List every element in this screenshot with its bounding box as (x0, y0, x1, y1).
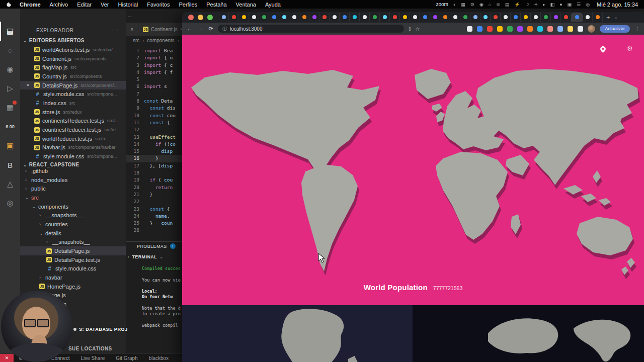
remote-indicator[interactable]: ✕ (0, 354, 14, 362)
browser-tab[interactable] (430, 13, 440, 22)
menu-item[interactable]: Pestaña (206, 2, 226, 8)
browser-tab[interactable] (370, 13, 380, 22)
testing-icon[interactable]: △ (0, 174, 20, 194)
menubar-status-icon[interactable]: ◎ (586, 2, 590, 7)
open-editor-item[interactable]: JSNavbar.jssrc/components/navbar (20, 143, 126, 152)
menubar-status-icon[interactable]: ☽ (525, 2, 529, 7)
browser-tab[interactable] (289, 13, 299, 22)
open-editors-header[interactable]: ⌄ EDITORES ABIERTOS (23, 38, 85, 43)
profile-avatar[interactable] (588, 25, 595, 33)
breadcrumb-item[interactable]: src (133, 38, 139, 43)
more-actions-icon[interactable]: ··· (112, 27, 119, 33)
settings-gear-icon[interactable]: ⚙ (627, 45, 633, 52)
zoom-window-button[interactable] (207, 15, 213, 20)
continents[interactable] (191, 69, 638, 275)
browser-tab[interactable] (583, 13, 593, 22)
browser-tab[interactable] (279, 13, 289, 22)
browser-tab[interactable] (440, 13, 450, 22)
menu-item[interactable]: Historial (118, 2, 138, 8)
browser-tab[interactable] (340, 13, 350, 22)
menu-item[interactable]: Ayuda (265, 2, 281, 8)
tree-item[interactable]: ›node_modules (20, 175, 126, 185)
tree-item[interactable]: ›__snapshots__ (20, 238, 126, 247)
extension-icon[interactable] (487, 26, 493, 32)
menu-item[interactable]: Favoritos (147, 2, 170, 8)
bookmark-icon[interactable]: ☆ (415, 26, 420, 32)
browser-tab[interactable] (480, 13, 491, 22)
menubar-status-icon[interactable]: ● (559, 2, 562, 7)
tree-item[interactable]: ⌄components (20, 202, 126, 211)
tree-item[interactable]: ›navbar (20, 273, 126, 282)
reload-icon[interactable]: ⟳ (207, 26, 214, 32)
open-editor-item[interactable]: JScountriesReducer.test.jssrc/re... (20, 125, 126, 134)
nav-back-icon[interactable]: ← (127, 13, 133, 19)
open-editor-item[interactable]: JSworldActions.test.jssrc/redux/... (20, 45, 126, 54)
browser-tab[interactable] (319, 13, 330, 22)
browser-tab[interactable] (521, 13, 531, 22)
menubar-status-icon[interactable]: ☰ (577, 2, 581, 7)
browser-tab[interactable] (400, 13, 410, 22)
browser-tab[interactable] (511, 13, 521, 22)
extension-icon[interactable] (527, 26, 533, 32)
statusbar-item[interactable]: blackbox (149, 355, 169, 361)
menu-item[interactable]: Ventana (236, 2, 256, 8)
menubar-status-icon[interactable]: ▣ (568, 2, 572, 7)
browser-tab[interactable] (420, 13, 430, 22)
browser-tab[interactable] (360, 13, 370, 22)
address-bar[interactable]: ⓘ localhost:3000 (218, 25, 404, 33)
close-window-button[interactable] (188, 15, 194, 20)
tree-item[interactable]: ›countries (20, 220, 126, 229)
tree-item[interactable]: ›public (20, 184, 126, 193)
menubar-status-icon[interactable]: ▸ (543, 2, 545, 7)
menubar-status-icon[interactable]: ⚡ (514, 2, 520, 7)
update-chrome-button[interactable]: Actualizar (600, 25, 630, 33)
browser-tab[interactable] (299, 13, 309, 22)
continent-card-africa[interactable] (182, 305, 413, 362)
statusbar-item[interactable]: Git Graph (116, 355, 137, 361)
tree-item[interactable]: JSDetailsPage.test.js (20, 255, 126, 264)
browser-tab[interactable] (249, 13, 259, 22)
open-editor-item[interactable]: JSContinent.jssrc/components (20, 54, 126, 63)
browser-tab[interactable] (380, 13, 390, 22)
browser-tab[interactable] (269, 13, 279, 22)
menu-item[interactable]: Chrome (20, 2, 41, 8)
open-editor-item[interactable]: JSstore.jssrc/redux (20, 108, 126, 117)
open-editor-item[interactable]: #style.module.csssrc/compone... (20, 89, 126, 99)
menubar-status-icon[interactable]: ✳ (534, 2, 538, 7)
menubar-status-icon[interactable]: ◧ (550, 2, 555, 7)
open-editor-item[interactable]: JScontinentsReducer.test.jssrc/r... (20, 117, 126, 126)
editor-tab-partial[interactable]: s (126, 23, 138, 36)
browser-tab[interactable] (390, 13, 400, 22)
timer-label[interactable]: 6:00 (0, 117, 20, 136)
extension-icon[interactable] (568, 26, 573, 32)
menubar-status-icon[interactable]: ≋ (496, 2, 500, 7)
menubar-status-icon[interactable]: ◉ (479, 2, 484, 7)
browser-tab[interactable] (309, 13, 319, 22)
tab-terminal[interactable]: › TERMINAL ⌄ (128, 254, 164, 259)
tree-item[interactable]: ⌄src (20, 193, 126, 202)
menu-item[interactable]: Archivo (50, 2, 68, 8)
extensions-icon[interactable]: ▦ (0, 98, 20, 117)
browser-tab[interactable] (350, 13, 360, 22)
extension-icon[interactable] (517, 26, 523, 32)
menubar-status-icon[interactable]: ⌂ (489, 2, 491, 7)
menubar-status-icon[interactable]: ▤ (505, 2, 510, 7)
browser-tab[interactable] (593, 13, 603, 22)
menu-item[interactable]: Editar (77, 2, 92, 8)
search-icon[interactable]: ◌ (0, 41, 20, 60)
browser-tab[interactable] (531, 13, 541, 22)
browser-tab[interactable] (239, 13, 249, 22)
tab-search-icon[interactable]: ⌄ (614, 15, 618, 20)
tree-item[interactable]: ›__snapshots__ (20, 211, 126, 220)
tree-item[interactable]: JSDetailsPage.js (20, 246, 126, 255)
tree-item[interactable]: #style.module.css (20, 264, 126, 274)
breadcrumb-item[interactable]: components (147, 38, 174, 43)
zoom-menu-item[interactable]: zoom (436, 2, 448, 7)
tree-item[interactable]: JSHomePage.js (20, 282, 126, 291)
browser-tab[interactable] (229, 13, 239, 22)
extension-icon[interactable] (507, 26, 513, 32)
files-icon[interactable]: ▤ (0, 22, 20, 41)
chrome-menu-icon[interactable]: ⋮ (634, 26, 640, 32)
browser-tab[interactable] (571, 13, 583, 22)
extension-icon[interactable] (547, 26, 553, 32)
